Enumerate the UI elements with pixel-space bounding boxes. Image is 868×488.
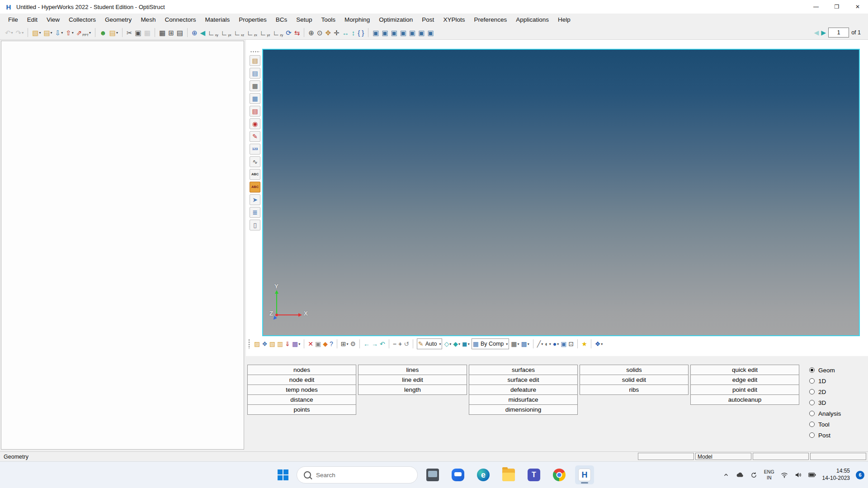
view-plane-4-icon[interactable]: ∟zx bbox=[245, 27, 259, 38]
scroll-icon[interactable]: ≣ bbox=[250, 207, 260, 218]
menu-xyplots[interactable]: XYPlots bbox=[439, 15, 469, 24]
taskbar-search[interactable]: Search bbox=[297, 466, 418, 483]
organize-icon[interactable]: ▤▾ bbox=[108, 27, 119, 38]
panel-button-nodes[interactable]: nodes bbox=[247, 365, 356, 375]
view-plane-5-icon[interactable]: ∟yz bbox=[259, 27, 272, 38]
export-icon[interactable]: ⇧▾ bbox=[64, 27, 75, 38]
panel-shapes-icon[interactable]: ❖ bbox=[261, 338, 269, 349]
window-tile-icon[interactable]: ▣ bbox=[381, 27, 390, 38]
menu-collectors[interactable]: Collectors bbox=[64, 15, 100, 24]
menu-properties[interactable]: Properties bbox=[234, 15, 271, 24]
minimize-button[interactable]: — bbox=[806, 0, 826, 14]
menu-bcs[interactable]: BCs bbox=[271, 15, 292, 24]
entity-table-icon[interactable]: ⊞ bbox=[167, 27, 175, 38]
nav-reject-icon[interactable]: ↶ bbox=[379, 338, 386, 349]
selector-mode-icon[interactable]: ✎Auto▾ bbox=[417, 338, 442, 349]
surface-style-icon[interactable]: ◐▾ bbox=[544, 338, 552, 349]
next-page-icon[interactable]: ▶ bbox=[821, 29, 826, 36]
panel-button-node-edit[interactable]: node edit bbox=[247, 375, 356, 385]
panel-button-defeature[interactable]: defeature bbox=[469, 385, 578, 395]
line-style-icon[interactable]: ╱▾ bbox=[536, 338, 544, 349]
import-icon[interactable]: ⇩▾ bbox=[54, 27, 65, 38]
view-plane-3-icon[interactable]: ∟xz bbox=[232, 27, 245, 38]
tag-arrow-icon[interactable]: ➤ bbox=[250, 194, 260, 205]
cylinder-icon[interactable]: ▯ bbox=[250, 220, 260, 230]
radio-tool[interactable]: Tool bbox=[809, 419, 841, 430]
open-model-icon[interactable]: ▧▾ bbox=[31, 27, 42, 38]
display-monitor-icon[interactable]: ⊡ bbox=[567, 338, 575, 349]
card-edit-icon[interactable]: ◆ bbox=[322, 338, 329, 349]
view-plane-2-icon[interactable]: ∟yx bbox=[220, 27, 233, 38]
user-profiles-icon[interactable]: ☻ bbox=[98, 27, 108, 38]
start-button[interactable] bbox=[275, 467, 291, 483]
menu-mesh[interactable]: Mesh bbox=[136, 15, 160, 24]
shaded-solid-icon[interactable]: ◼▾ bbox=[461, 338, 471, 349]
view-restore-icon[interactable]: ↺ bbox=[403, 338, 410, 349]
color-elements-icon[interactable]: ▩▾ bbox=[520, 338, 530, 349]
view-iso-icon[interactable]: ⟳ bbox=[284, 27, 293, 38]
panel-button-dimensioning[interactable]: dimensioning bbox=[469, 404, 578, 415]
taskbar-chat-icon[interactable] bbox=[448, 465, 467, 484]
menu-help[interactable]: Help bbox=[553, 15, 575, 24]
close-button[interactable]: ✕ bbox=[847, 0, 868, 14]
toolbar-grip[interactable] bbox=[248, 339, 250, 349]
panel-button-quick-edit[interactable]: quick edit bbox=[690, 365, 799, 375]
radio-geom[interactable]: Geom bbox=[809, 365, 841, 375]
nav-forward-icon[interactable]: → bbox=[371, 338, 379, 349]
onedrive-cloud-icon[interactable] bbox=[736, 471, 744, 479]
menu-applications[interactable]: Applications bbox=[511, 15, 553, 24]
panel-button-ribs[interactable]: ribs bbox=[580, 385, 689, 395]
numbers-icon[interactable]: 123 bbox=[250, 144, 260, 155]
undo-icon[interactable]: ↶▾ bbox=[4, 27, 14, 38]
checker-elements-icon[interactable]: ▦▾ bbox=[510, 338, 520, 349]
taskbar-teams-icon[interactable]: T bbox=[524, 465, 543, 484]
view-plane-1-icon[interactable]: ∟xy bbox=[207, 27, 220, 38]
menu-preferences[interactable]: Preferences bbox=[469, 15, 511, 24]
favorites-icon[interactable]: ★ bbox=[580, 338, 588, 349]
element-cubes-icon[interactable]: ▣ bbox=[560, 338, 567, 349]
arrows-vertical-icon[interactable]: ↕ bbox=[350, 27, 357, 38]
panel-button-midsurface[interactable]: midsurface bbox=[469, 394, 578, 405]
radio-3d[interactable]: 3D bbox=[809, 397, 841, 408]
page-number-input[interactable] bbox=[828, 28, 849, 38]
plugins-icon[interactable]: ❖▾ bbox=[594, 338, 604, 349]
wifi-icon[interactable] bbox=[780, 471, 788, 479]
color-mode-icon[interactable]: ▦By Comp▾ bbox=[472, 338, 509, 349]
taskbar-desktop-icon[interactable] bbox=[423, 465, 442, 484]
entity-table-icon[interactable]: ⊞▾ bbox=[340, 338, 349, 349]
view-plane-6-icon[interactable]: ∟zy bbox=[271, 27, 284, 38]
taskbar-hyperworks-icon[interactable]: H bbox=[575, 465, 594, 484]
menu-tools[interactable]: Tools bbox=[317, 15, 340, 24]
window-expand-icon[interactable]: ▣ bbox=[399, 27, 408, 38]
panel-button-solid-edit[interactable]: solid edit bbox=[580, 375, 689, 385]
brush-icon[interactable]: ✎ bbox=[250, 131, 260, 142]
paste-icon[interactable]: ▦ bbox=[143, 27, 152, 38]
radio-analysis[interactable]: Analysis bbox=[809, 408, 841, 419]
arrows-horizontal-icon[interactable]: ↔ bbox=[341, 27, 350, 38]
maximize-button[interactable]: ❐ bbox=[826, 0, 847, 14]
window-copy-icon[interactable]: ▣ bbox=[417, 27, 426, 38]
wireframe-geometry-icon[interactable]: ◇▾ bbox=[443, 338, 452, 349]
panel-button-edge-edit[interactable]: edge edit bbox=[690, 375, 799, 385]
menu-connectors[interactable]: Connectors bbox=[160, 15, 200, 24]
panel-button-length[interactable]: length bbox=[358, 385, 467, 395]
panel-button-points[interactable]: points bbox=[247, 404, 356, 415]
menu-view[interactable]: View bbox=[42, 15, 64, 24]
taskbar-explorer-icon[interactable] bbox=[499, 465, 518, 484]
panel-button-autocleanup[interactable]: autocleanup bbox=[690, 394, 799, 405]
checker-display-icon[interactable]: ▦ bbox=[158, 27, 167, 38]
panel-open-icon[interactable]: ▨ bbox=[253, 338, 261, 349]
panel-import-icon[interactable]: ⇓ bbox=[284, 338, 291, 349]
menu-setup[interactable]: Setup bbox=[292, 15, 316, 24]
utilities-wrench-icon[interactable]: ⚙ bbox=[349, 338, 357, 349]
menu-materials[interactable]: Materials bbox=[200, 15, 234, 24]
table-blue-icon[interactable]: ▦ bbox=[250, 93, 260, 104]
panel-button-line-edit[interactable]: line edit bbox=[358, 375, 467, 385]
language-indicator[interactable]: ENG IN bbox=[764, 469, 774, 480]
clock[interactable]: 14:55 14-10-2023 bbox=[822, 468, 850, 482]
copy-icon[interactable]: ▣ bbox=[134, 27, 143, 38]
radio-2d[interactable]: 2D bbox=[809, 386, 841, 397]
menu-post[interactable]: Post bbox=[417, 15, 439, 24]
panel-button-solids[interactable]: solids bbox=[580, 365, 689, 375]
zoom-fit-icon[interactable]: ⊙ bbox=[316, 27, 324, 38]
